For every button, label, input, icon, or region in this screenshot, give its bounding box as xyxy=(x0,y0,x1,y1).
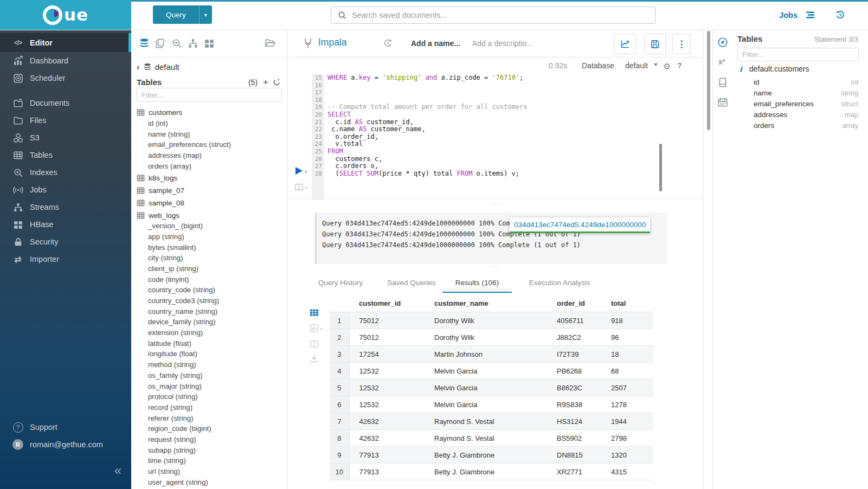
assist-column[interactable]: orders (array) xyxy=(131,160,287,171)
assist-hbase-icon[interactable] xyxy=(204,38,215,49)
assist-column[interactable]: country_code (string) xyxy=(131,285,287,295)
assist-column[interactable]: city (string) xyxy=(131,253,287,263)
assist-table-customers[interactable]: customers xyxy=(131,107,287,118)
assist-column[interactable]: app (string) xyxy=(131,231,287,242)
assist-db-icon[interactable] xyxy=(139,38,150,49)
page-scrollbar[interactable] xyxy=(707,31,710,130)
assist-column[interactable]: time (string) xyxy=(131,455,287,466)
presentation-mode-icon[interactable] xyxy=(294,183,304,192)
tab-results[interactable]: Results (106) xyxy=(442,273,512,293)
assist-column[interactable]: name (string) xyxy=(131,128,287,139)
sidebar-item-s3[interactable]: S3 xyxy=(0,129,131,146)
jobs-link[interactable]: Jobs xyxy=(779,11,798,20)
assist-column[interactable]: record (string) xyxy=(131,402,287,413)
column-header-customer_id[interactable]: customer_id xyxy=(349,294,425,312)
resize-handle-bottom[interactable]: ··· xyxy=(288,263,703,269)
assist-column[interactable]: os_family (string) xyxy=(131,370,287,381)
sidebar-item-editor[interactable]: </>Editor xyxy=(0,33,131,52)
settings-gear-icon[interactable]: ⚙ xyxy=(663,61,671,72)
assist-column[interactable]: extension (string) xyxy=(131,327,287,338)
save-button[interactable] xyxy=(644,34,666,54)
sidebar-item-indexes[interactable]: Indexes xyxy=(0,164,131,181)
assist-column[interactable]: email_preferences (struct) xyxy=(131,139,287,150)
sidebar-item-tables[interactable]: Tables xyxy=(0,146,131,164)
assist-column[interactable]: latitude (float) xyxy=(131,338,287,349)
more-actions-button[interactable]: ⋮ xyxy=(672,34,691,54)
execute-button[interactable] xyxy=(295,167,303,175)
assist-column[interactable]: request (string) xyxy=(131,434,287,445)
query-dropdown-caret[interactable]: ▾ xyxy=(199,5,212,24)
assist-table-web_logs[interactable]: web_logs xyxy=(131,210,287,221)
sidebar-collapse-button[interactable]: « xyxy=(114,464,121,477)
assist-documents-icon[interactable] xyxy=(155,38,166,49)
query-description-field[interactable]: Add a descriptio... xyxy=(472,39,533,48)
assist-column[interactable]: country_name (string) xyxy=(131,306,287,317)
sidebar-item-importer[interactable]: ⇄Importer xyxy=(0,250,131,268)
sidebar-item-files[interactable]: Files xyxy=(0,112,131,129)
assist-column[interactable]: _version_ (bigint) xyxy=(131,221,287,231)
column-header-order_id[interactable]: order_id xyxy=(547,294,601,312)
assist-column[interactable]: client_ip (string) xyxy=(131,263,287,274)
download-icon[interactable] xyxy=(310,354,319,363)
functions-icon[interactable]: x² xyxy=(718,57,725,66)
assist-table-k8s_logs[interactable]: k8s_logs xyxy=(131,173,287,184)
sidebar-item-documents[interactable]: Documents xyxy=(0,94,131,112)
query-name-field[interactable]: Add a name... xyxy=(411,39,460,48)
assist-indexes-icon[interactable] xyxy=(171,38,182,49)
grid-view-icon[interactable] xyxy=(310,308,319,317)
assist-table-sample_08[interactable]: sample_08 xyxy=(131,198,287,209)
back-chevron-icon[interactable]: ‹ xyxy=(137,62,140,72)
editor-history-icon[interactable] xyxy=(383,38,393,48)
column-header-total[interactable]: total xyxy=(601,294,653,312)
tab-execution-analysis[interactable]: Execution Analysis xyxy=(516,273,603,292)
active-table-row[interactable]: i default.customers xyxy=(740,65,809,73)
table-filter-input[interactable] xyxy=(137,88,282,102)
assistant-compass-icon[interactable] xyxy=(717,37,728,48)
info-icon[interactable]: i xyxy=(740,65,749,73)
sidebar-item-hbase[interactable]: HBase xyxy=(0,216,131,233)
query-button-label[interactable]: Query xyxy=(153,5,199,24)
execute-options-caret[interactable]: ▾ xyxy=(305,169,307,175)
assist-column[interactable]: subapp (string) xyxy=(131,445,287,455)
query-id-link[interactable]: 034d413ec7474ed5:4249de1000000000 xyxy=(514,221,646,229)
chart-view-icon[interactable] xyxy=(310,324,319,333)
add-table-button[interactable]: + xyxy=(263,78,268,87)
right-column-id[interactable]: idint xyxy=(733,76,868,87)
hue-logo[interactable]: ue xyxy=(0,0,131,30)
assist-column[interactable]: code (tinyint) xyxy=(131,274,287,285)
assist-column[interactable]: url (string) xyxy=(131,466,287,477)
query-button[interactable]: Query ▾ xyxy=(153,5,212,24)
assist-table-sample_07[interactable]: sample_07 xyxy=(131,185,287,196)
schedule-icon[interactable] xyxy=(717,96,728,107)
editor-scrollbar[interactable] xyxy=(659,144,662,191)
database-name[interactable]: default xyxy=(155,62,179,72)
search-input[interactable] xyxy=(351,10,655,20)
assist-streams-icon[interactable] xyxy=(188,38,198,49)
assist-column[interactable]: country_code3 (string) xyxy=(131,295,287,306)
assist-column[interactable]: user_agent (string) xyxy=(131,477,287,487)
sidebar-item-support[interactable]: ?Support xyxy=(0,419,131,436)
assist-files-icon[interactable] xyxy=(265,38,275,49)
right-column-email_preferences[interactable]: email_preferencesstruct xyxy=(733,98,868,109)
assist-column[interactable]: referer (string) xyxy=(131,413,287,423)
column-header-customer_name[interactable]: customer_name xyxy=(425,294,547,312)
right-column-name[interactable]: namestring xyxy=(733,87,868,98)
assist-column[interactable]: region_code (bigint) xyxy=(131,423,287,434)
assist-column[interactable]: longitude (float) xyxy=(131,349,287,359)
code-editor[interactable]: WHERE a.key = 'shipping' and a.zip_code … xyxy=(327,74,670,177)
sidebar-item-streams[interactable]: Streams xyxy=(0,198,131,216)
assist-column[interactable]: method (string) xyxy=(131,359,287,370)
presentation-caret[interactable]: ▾ xyxy=(305,185,308,190)
refresh-icon[interactable] xyxy=(273,78,281,86)
help-icon[interactable]: ? xyxy=(677,61,682,70)
database-caret-icon[interactable]: ▾ xyxy=(654,61,657,67)
right-column-orders[interactable]: ordersarray xyxy=(733,120,868,131)
right-column-addresses[interactable]: addressesmap xyxy=(733,110,868,120)
columns-view-icon[interactable] xyxy=(310,339,319,349)
resize-handle-top[interactable]: ··· xyxy=(288,201,703,207)
language-docs-icon[interactable] xyxy=(717,77,728,88)
assist-column[interactable]: device_family (string) xyxy=(131,317,287,327)
sidebar-item-scheduler[interactable]: Scheduler xyxy=(0,69,131,87)
tab-saved-queries[interactable]: Saved Queries xyxy=(383,273,440,292)
chart-button[interactable] xyxy=(614,34,636,54)
